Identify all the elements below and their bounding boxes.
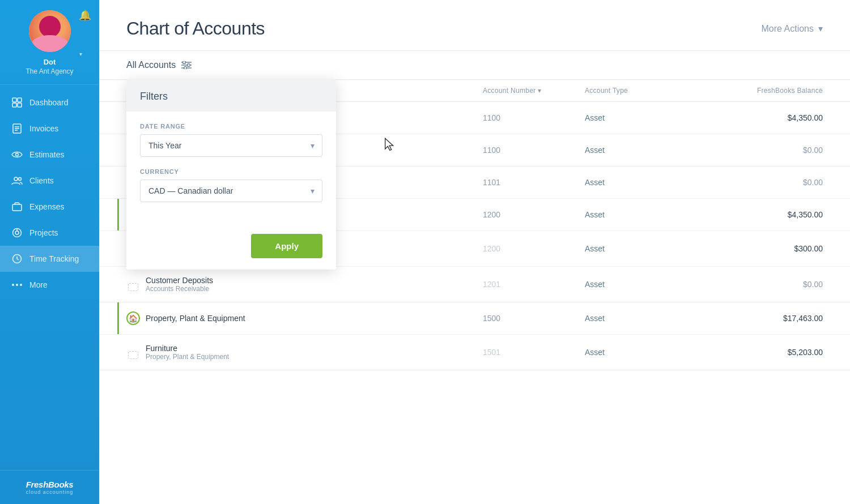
sidebar-header: 🔔 ▾ Dot The Ant Agency (0, 0, 99, 85)
filters-popup-body: DATE RANGE This Year Last Year This Quar… (126, 112, 336, 225)
account-balance: $0.00 (698, 146, 823, 155)
table-row: 🏠 Property, Plant & Equipment 1500 Asset… (99, 302, 850, 335)
svg-point-8 (16, 153, 19, 156)
sidebar-item-estimates[interactable]: Estimates (0, 142, 99, 168)
account-type: Asset (585, 210, 698, 219)
account-balance: $0.00 (698, 280, 823, 289)
brand-tagline: cloud accounting (26, 489, 74, 495)
date-range-field: DATE RANGE This Year Last Year This Quar… (140, 123, 322, 157)
avatar[interactable] (29, 10, 71, 52)
svg-rect-11 (12, 204, 22, 211)
sidebar-item-label-clients: Clients (29, 176, 54, 185)
expenses-icon (11, 201, 23, 212)
account-name-cell: Customer Deposits Accounts Receivable (126, 276, 483, 293)
currency-field: CURRENCY CAD — Canadian dollar USD — US … (140, 168, 322, 202)
sidebar-item-invoices[interactable]: Invoices (0, 116, 99, 142)
sub-indent-icon (126, 345, 140, 359)
account-number: 1200 (483, 210, 585, 219)
svg-point-20 (20, 284, 22, 286)
more-icon (11, 279, 23, 291)
svg-rect-1 (18, 98, 22, 102)
sort-icon: ▾ (538, 87, 541, 95)
chevron-down-icon[interactable]: ▾ (79, 51, 82, 57)
svg-point-9 (14, 177, 18, 181)
apply-button[interactable]: Apply (251, 234, 322, 258)
svg-point-10 (19, 177, 22, 180)
account-sub-type: Accounts Receivable (146, 285, 213, 293)
account-number: 1201 (483, 280, 585, 289)
account-balance: $4,350.00 (698, 210, 823, 219)
green-bar (117, 199, 119, 230)
sidebar-nav: Dashboard Invoices Estimates Clients Exp… (0, 85, 99, 470)
account-number: 1100 (483, 113, 585, 122)
account-name-cell: 🏠 Property, Plant & Equipment (126, 311, 483, 325)
sidebar-footer: FreshBooks cloud accounting (0, 470, 99, 504)
col-header-number[interactable]: Account Number ▾ (483, 87, 585, 95)
account-number: 1200 (483, 244, 585, 253)
invoices-icon (11, 123, 23, 134)
svg-point-25 (188, 64, 190, 67)
account-name: Customer Deposits (146, 276, 213, 285)
col-header-balance: FreshBooks Balance (698, 87, 823, 95)
sidebar-item-clients[interactable]: Clients (0, 168, 99, 194)
filter-icon-button[interactable] (181, 61, 192, 69)
svg-point-13 (15, 231, 19, 234)
table-row: Furniture Propery, Plant & Equipment 150… (99, 335, 850, 370)
svg-point-24 (183, 61, 186, 64)
account-balance: $4,350.00 (698, 113, 823, 122)
more-actions-button[interactable]: More Actions ▾ (762, 23, 823, 34)
sidebar-item-label-projects: Projects (29, 228, 58, 237)
account-type: Asset (585, 348, 698, 357)
more-actions-label: More Actions (762, 24, 814, 34)
account-type: Asset (585, 244, 698, 253)
user-agency: The Ant Agency (26, 67, 73, 75)
filters-popup-footer: Apply (126, 225, 336, 270)
sidebar-item-label-invoices: Invoices (29, 124, 58, 133)
main-header: Chart of Accounts More Actions ▾ (99, 0, 850, 51)
svg-line-17 (17, 259, 19, 260)
dashboard-icon (11, 97, 23, 108)
sidebar-item-label-more: More (29, 280, 48, 289)
filters-popup: Filters DATE RANGE This Year Last Year T… (126, 79, 336, 270)
estimates-icon (11, 149, 23, 160)
building-icon[interactable]: 🏠 (126, 311, 140, 325)
sidebar-item-label-estimates: Estimates (29, 150, 64, 159)
account-type: Asset (585, 314, 698, 323)
svg-rect-3 (18, 103, 22, 107)
sidebar-item-expenses[interactable]: Expenses (0, 194, 99, 220)
date-range-select-wrap: This Year Last Year This Quarter Last Qu… (140, 134, 322, 157)
table-row: Customer Deposits Accounts Receivable 12… (99, 267, 850, 302)
svg-point-26 (184, 67, 187, 70)
sidebar-item-label-dashboard: Dashboard (29, 98, 69, 107)
currency-select[interactable]: CAD — Canadian dollar USD — US dollar EU… (140, 180, 322, 202)
chevron-down-icon: ▾ (818, 23, 823, 34)
user-name: Dot (44, 58, 56, 67)
filters-popup-title: Filters (140, 91, 322, 102)
sidebar-item-time-tracking[interactable]: Time Tracking (0, 246, 99, 272)
sidebar-item-more[interactable]: More (0, 272, 99, 298)
sub-indent-icon (126, 277, 140, 291)
main-content: Chart of Accounts More Actions ▾ All Acc… (99, 0, 850, 504)
account-number: 1101 (483, 178, 585, 187)
filter-bar: All Accounts Filters (99, 51, 850, 80)
freshbooks-logo: FreshBooks cloud accounting (26, 480, 74, 495)
svg-point-18 (12, 284, 14, 286)
account-type: Asset (585, 178, 698, 187)
account-type: Asset (585, 280, 698, 289)
date-range-select[interactable]: This Year Last Year This Quarter Last Qu… (140, 134, 322, 157)
account-number: 1500 (483, 314, 585, 323)
account-type: Asset (585, 113, 698, 122)
clients-icon (11, 175, 23, 186)
sidebar-item-dashboard[interactable]: Dashboard (0, 89, 99, 116)
account-balance: $300.00 (698, 244, 823, 253)
account-name-cell: Furniture Propery, Plant & Equipment (126, 344, 483, 361)
account-name: Furniture (146, 344, 229, 353)
bell-icon[interactable]: 🔔 (79, 9, 91, 22)
filters-popup-header: Filters (126, 79, 336, 112)
account-number: 1100 (483, 146, 585, 155)
account-balance: $0.00 (698, 178, 823, 187)
sidebar-item-projects[interactable]: Projects (0, 220, 99, 246)
svg-rect-0 (12, 98, 16, 102)
account-balance: $17,463.00 (698, 314, 823, 323)
account-balance: $5,203.00 (698, 348, 823, 357)
